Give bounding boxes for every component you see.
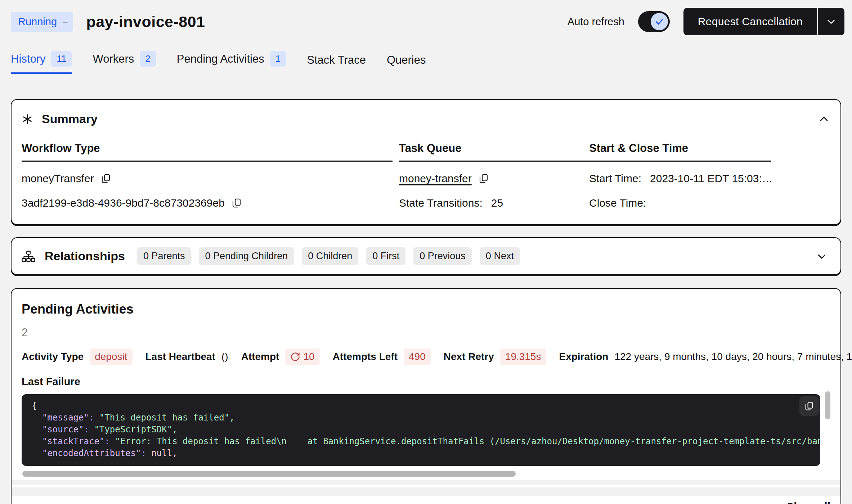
- state-transitions-label: State Transitions:: [399, 197, 483, 209]
- last-failure-code-lines[interactable]: { "message": "This deposit has failed", …: [22, 394, 820, 466]
- code-vertical-scrollbar[interactable]: [825, 391, 830, 419]
- tab-history-label: History: [11, 53, 45, 66]
- attempt-badge: 10: [285, 348, 319, 365]
- pending-activities-card: Pending Activities 2 Activity Type depos…: [11, 288, 841, 504]
- last-heartbeat-label: Last Heartbeat: [145, 351, 216, 363]
- expiration-field: Expiration 122 years, 9 months, 10 days,…: [559, 351, 852, 363]
- time-header: Start & Close Time: [589, 142, 771, 162]
- tab-history-count: 11: [51, 51, 72, 67]
- copy-icon[interactable]: [478, 173, 489, 184]
- task-queue-header: Task Queue: [399, 142, 589, 162]
- check-icon: [654, 16, 665, 27]
- time-column: Start & Close Time Start Time: 2023-10-1…: [589, 142, 830, 211]
- task-queue-column: Task Queue money-transfer State Transiti…: [399, 142, 589, 211]
- summary-card: Summary Workflow Type moneyTransfer 3adf…: [11, 99, 841, 225]
- summary-grid: Workflow Type moneyTransfer 3adf2199-e3d…: [22, 142, 830, 211]
- relationships-title: Relationships: [45, 249, 125, 263]
- state-transitions-value: 25: [491, 197, 503, 209]
- attempt-value: 10: [303, 351, 314, 363]
- tab-pending-activities[interactable]: Pending Activities 1: [177, 51, 286, 74]
- children-badge: 0 Children: [302, 247, 358, 265]
- attempt-label: Attempt: [241, 351, 279, 363]
- previous-badge: 0 Previous: [413, 247, 472, 265]
- last-failure-label: Last Failure: [22, 376, 830, 388]
- next-badge: 0 Next: [480, 247, 520, 265]
- workflow-id-value: 3adf2199-e3d8-4936-9bd7-8c87302369eb: [22, 197, 225, 209]
- show-all-link[interactable]: Show all: [786, 500, 830, 504]
- expiration-value: 122 years, 9 months, 10 days, 20 hours, …: [614, 351, 852, 363]
- tab-pending-activities-count: 1: [270, 51, 286, 67]
- header-right: Auto refresh Request Cancellation: [568, 8, 844, 35]
- summary-header: Summary: [22, 112, 830, 126]
- attempt-field: Attempt 10: [241, 348, 320, 365]
- next-retry-field: Next Retry 19.315s: [444, 348, 546, 365]
- copy-icon[interactable]: [100, 173, 111, 184]
- header-left: Running – pay-invoice-801: [11, 12, 205, 32]
- summary-title-row: Summary: [22, 112, 98, 126]
- status-label: Running: [18, 16, 57, 28]
- page-title: pay-invoice-801: [86, 13, 205, 31]
- activity-type-field: Activity Type deposit: [22, 348, 133, 365]
- workflow-detail-page: Running – pay-invoice-801 Auto refresh R…: [0, 0, 852, 504]
- tab-queries-label: Queries: [387, 54, 426, 67]
- summary-collapse-button[interactable]: [817, 113, 830, 126]
- last-heartbeat-field: Last Heartbeat (): [145, 351, 228, 363]
- code-copy-button[interactable]: [799, 396, 819, 416]
- tab-workers[interactable]: Workers 2: [93, 51, 156, 74]
- close-time-label: Close Time:: [589, 197, 646, 209]
- activity-fields-row: Activity Type deposit Last Heartbeat () …: [22, 348, 830, 365]
- tab-workers-count: 2: [140, 51, 156, 67]
- status-loading-dash: –: [63, 17, 67, 27]
- relationships-card: Relationships 0 Parents 0 Pending Childr…: [11, 237, 841, 275]
- last-failure-code-wrap: { "message": "This deposit has failed", …: [22, 394, 830, 466]
- last-heartbeat-value: (): [221, 351, 228, 363]
- tab-history[interactable]: History 11: [11, 51, 72, 74]
- attempts-left-label: Attempts Left: [333, 351, 398, 363]
- first-badge: 0 First: [366, 247, 405, 265]
- tab-stack-trace-label: Stack Trace: [307, 54, 366, 67]
- auto-refresh-toggle[interactable]: [638, 11, 670, 32]
- expiration-label: Expiration: [559, 351, 608, 363]
- task-queue-link[interactable]: money-transfer: [399, 172, 472, 185]
- tab-workers-label: Workers: [93, 53, 134, 66]
- activity-type-value: deposit: [90, 348, 132, 365]
- summary-title: Summary: [42, 112, 98, 126]
- pending-children-badge: 0 Pending Children: [199, 247, 294, 265]
- chevron-down-icon: [825, 15, 837, 28]
- copy-icon: [804, 401, 814, 411]
- relationships-badges: 0 Parents 0 Pending Children 0 Children …: [137, 247, 520, 265]
- start-time-label: Start Time:: [589, 172, 641, 185]
- request-cancellation-button-group: Request Cancellation: [683, 8, 844, 35]
- tab-stack-trace[interactable]: Stack Trace: [307, 54, 366, 74]
- relationships-header: Relationships 0 Parents 0 Pending Childr…: [22, 247, 520, 265]
- status-badge: Running –: [11, 12, 73, 32]
- pending-activities-title: Pending Activities: [22, 302, 830, 317]
- page-header: Running – pay-invoice-801 Auto refresh R…: [0, 0, 852, 35]
- parents-badge: 0 Parents: [137, 247, 191, 265]
- show-all-row: Show all: [22, 500, 830, 504]
- workflow-type-header: Workflow Type: [22, 142, 393, 162]
- tab-queries[interactable]: Queries: [387, 54, 426, 74]
- copy-icon[interactable]: [231, 198, 242, 208]
- activity-type-label: Activity Type: [22, 351, 84, 363]
- auto-refresh-label: Auto refresh: [568, 16, 624, 28]
- code-horizontal-scrollbar[interactable]: [22, 471, 516, 477]
- divider-row: [12, 480, 840, 485]
- sitemap-icon: [22, 250, 35, 262]
- next-retry-label: Next Retry: [444, 351, 494, 363]
- cancellation-dropdown-button[interactable]: [818, 8, 844, 35]
- tab-bar: History 11 Workers 2 Pending Activities …: [0, 35, 852, 74]
- workflow-type-value: moneyTransfer: [22, 172, 94, 185]
- next-retry-value: 19.315s: [500, 348, 546, 365]
- request-cancellation-button[interactable]: Request Cancellation: [683, 8, 817, 35]
- attempts-left-value: 490: [404, 348, 431, 365]
- workflow-type-column: Workflow Type moneyTransfer 3adf2199-e3d…: [22, 142, 399, 211]
- retry-icon: [290, 352, 300, 362]
- toggle-knob: [651, 13, 668, 30]
- pending-activities-count: 2: [22, 326, 830, 339]
- relationships-expand-button[interactable]: [815, 250, 828, 263]
- chevron-up-icon: [817, 113, 830, 126]
- start-time-value: 2023-10-11 EDT 15:03:…: [650, 172, 773, 185]
- asterisk-icon: [22, 113, 33, 125]
- tab-pending-activities-label: Pending Activities: [177, 53, 264, 66]
